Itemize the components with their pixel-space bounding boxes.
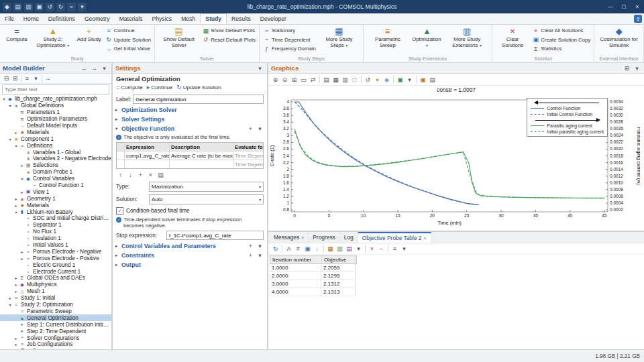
close-tab-icon[interactable]: × [424, 236, 427, 241]
tree-node-multiphysics[interactable]: ▸◆Multiphysics [0, 282, 111, 288]
ribbon-cosimulation-for-simulink-button[interactable]: ◆Cosimulation for Simulink [596, 25, 641, 49]
tree-node-view-1[interactable]: ▸▣View 1 [0, 188, 111, 195]
chevron-down-icon[interactable]: ▾ [19, 176, 25, 181]
image-snapshot-icon[interactable]: ▣ [419, 75, 427, 84]
menu-tab-home[interactable]: Home [19, 13, 44, 24]
update-results-icon[interactable]: ↻ [271, 245, 280, 253]
ribbon-statistics-button[interactable]: ΣStatistics [531, 44, 592, 54]
panel-menu-icon[interactable]: ▾ [100, 64, 109, 72]
pan-icon[interactable]: ⇄ [309, 75, 317, 84]
plot-settings-icon[interactable]: ▣ [396, 75, 405, 84]
undo-icon[interactable]: ↺ [46, 3, 54, 11]
tree-node-general-optimization[interactable]: ▲General Optimization [0, 314, 111, 321]
chevron-right-icon[interactable]: ▸ [19, 163, 25, 168]
tab-progress[interactable]: Progress [309, 232, 340, 243]
tree-node-materials[interactable]: ▸■Materials [0, 202, 111, 208]
tree-node-variables-1-global[interactable]: aVariables 1 - Global [0, 149, 111, 156]
histogram-icon[interactable]: ▤ [345, 245, 354, 253]
grid-icon[interactable]: ▦ [331, 75, 340, 84]
menu-tab-file[interactable]: File [0, 13, 19, 24]
chevron-right-icon[interactable]: ▸ [13, 289, 19, 294]
tree-node-geometry-1[interactable]: ▸▲Geometry 1 [0, 195, 111, 202]
section-control-variables-and-parameters[interactable]: ▸ Control Variables and Parameters + ▾ [113, 241, 267, 251]
ribbon-stationary-button[interactable]: =Stationary [262, 26, 317, 36]
tree-node-parameters-1[interactable]: πParameters 1 [0, 109, 111, 116]
tree-node-insulation-1[interactable]: ▪Insulation 1 [0, 235, 111, 242]
section-menu-icon[interactable]: ▾ [256, 242, 264, 251]
model-tree-filter-input[interactable] [2, 84, 109, 95]
redo-icon[interactable]: ↻ [56, 3, 65, 11]
ribbon-reset-default-plots-button[interactable]: ↺Reset Default Plots [201, 36, 257, 45]
chevron-down-icon[interactable]: ▾ [13, 210, 19, 215]
node-label-icon[interactable]: ≡ [23, 74, 32, 83]
close-tab-icon[interactable]: × [301, 235, 304, 240]
objective-description-cell[interactable]: Average C rate (to be maximized) [170, 152, 233, 160]
ribbon-add-study-button[interactable]: +Add Study [74, 25, 104, 44]
objective-table-row[interactable]: Time Dependent [117, 160, 263, 168]
objective-evaluate-for-cell[interactable]: Time Dependent [233, 152, 263, 160]
tree-node-global-odes-and-daes[interactable]: ▸ΣGlobal ODEs and DAEs [0, 275, 111, 282]
clear-table-icon[interactable]: × [368, 245, 376, 253]
tree-node-optimization-parameters[interactable]: πOptimization Parameters [0, 116, 111, 123]
ribbon-study-2-optimization-button[interactable]: ▲Study 2: Optimization ▾ [32, 25, 74, 49]
section-menu-icon[interactable]: ▾ [256, 125, 264, 133]
compute-quick-icon[interactable]: = [67, 3, 76, 11]
chevron-right-icon[interactable]: ▸ [13, 282, 19, 287]
open-file-icon[interactable]: ▥ [24, 3, 33, 11]
chevron-down-icon[interactable]: ▾ [7, 103, 13, 108]
tree-node-selections[interactable]: ▸▦Selections [0, 162, 111, 169]
menu-tab-mesh[interactable]: Mesh [176, 13, 200, 24]
objective-expression-cell[interactable] [125, 160, 170, 168]
ribbon-frequency-domain-button[interactable]: ƒFrequency Domain [262, 44, 317, 54]
add-row-icon[interactable]: + [136, 170, 145, 179]
add-icon[interactable]: + [246, 251, 255, 260]
chevron-right-icon[interactable]: ▸ [13, 196, 19, 201]
tree-node-study-2-optimization[interactable]: ▾=Study 2: Optimization [0, 302, 111, 308]
condition-based-final-time-checkbox[interactable]: ✓ [116, 207, 123, 215]
plot-menu-icon[interactable]: ▾ [405, 75, 414, 84]
ribbon-create-solution-copy-button[interactable]: ▣Create Solution Copy [531, 36, 592, 45]
label-input[interactable] [133, 95, 264, 104]
app-logo-icon[interactable]: ◆ [3, 3, 11, 11]
tree-node-soc-and-initial-charge-distribution-1[interactable]: ▪SOC and Initial Charge Distribution 1 [0, 215, 111, 222]
tree-node-parametric-sweep[interactable]: ≡Parametric Sweep [0, 308, 111, 315]
section-optimization-solver[interactable]: ▸ Optimization Solver [113, 105, 267, 115]
probe-table-row[interactable]: 4.00002.1313 [270, 288, 356, 296]
sort-icon[interactable]: ▾ [32, 74, 40, 83]
table-menu-icon[interactable]: ▤ [156, 170, 165, 179]
back-icon[interactable]: ← [80, 64, 89, 72]
menu-tab-developer[interactable]: Developer [256, 13, 291, 24]
zoom-out-icon[interactable]: ⊖ [280, 75, 289, 84]
tab-messages[interactable]: Messages× [270, 232, 309, 243]
maximize-button[interactable]: □ [617, 0, 631, 13]
probe-table-column-header[interactable]: Iteration number [270, 256, 322, 263]
more-icon[interactable]: ▾ [400, 245, 409, 253]
tree-node-lib-charge-rate-optimization-mph[interactable]: ▾◆lib_charge_rate_optimization.mph [0, 96, 111, 103]
settings-continue-button[interactable]: ▸Continue [147, 84, 173, 90]
plot-in-new-window-icon[interactable]: ⊞ [623, 64, 631, 72]
ribbon-more-study-steps-button[interactable]: ▦More Study Steps ▾ [317, 25, 361, 49]
section-constraints[interactable]: ▸ Constraints + ▾ [113, 251, 267, 260]
zoom-extents-icon[interactable]: ⊞ [290, 75, 299, 84]
close-button[interactable]: × [631, 0, 644, 13]
probe-table-row[interactable]: 2.00002.1295 [270, 272, 356, 280]
menu-tab-physics[interactable]: Physics [148, 13, 177, 24]
default-view-icon[interactable]: ↺ [364, 75, 372, 84]
tree-node-control-variables[interactable]: ▾◆Control Variables [0, 176, 111, 182]
section-menu-icon[interactable]: ▾ [256, 251, 264, 260]
probe-table-row[interactable]: 1.00002.2059 [270, 264, 356, 272]
tab-log[interactable]: Log [340, 232, 358, 243]
section-solver-settings[interactable]: ▸ Solver Settings [113, 115, 267, 124]
zoom-box-icon[interactable]: ▭ [299, 75, 308, 84]
tree-node-no-flux-1[interactable]: ▪No Flux 1 [0, 229, 111, 235]
chevron-right-icon[interactable]: ▸ [19, 256, 25, 261]
tree-node-step-2-time-dependent[interactable]: ▸Step 2: Time Dependent [0, 328, 111, 335]
ribbon-update-solution-button[interactable]: ↻Update Solution [104, 36, 152, 45]
scene-light-icon[interactable]: ● [373, 75, 382, 84]
save-icon[interactable]: ▣ [35, 3, 44, 11]
section-output[interactable]: ▸ Output [113, 260, 267, 269]
tree-node-global-definitions[interactable]: ▾●Global Definitions [0, 103, 111, 109]
print-icon[interactable]: ▤ [428, 75, 437, 84]
zoom-in-icon[interactable]: ⊕ [271, 75, 280, 84]
menu-tab-study[interactable]: Study [200, 13, 227, 24]
